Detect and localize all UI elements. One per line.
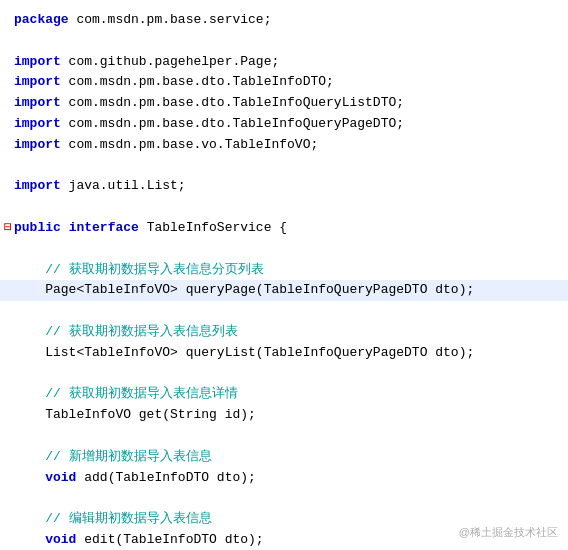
code-line: import java.util.List; [0,176,568,197]
code-text: List<TableInfoVO> queryList(TableInfoQue… [14,343,560,364]
code-line: import com.msdn.pm.base.dto.TableInfoDTO… [0,72,568,93]
code-line: import com.msdn.pm.base.dto.TableInfoQue… [0,114,568,135]
code-text [14,156,560,177]
code-line: // 获取期初数据导入表信息详情 [0,384,568,405]
code-line: package com.msdn.pm.base.service; [0,10,568,31]
code-text: import com.msdn.pm.base.dto.TableInfoQue… [14,114,560,135]
code-text [14,31,560,52]
code-text: import com.github.pagehelper.Page; [14,52,560,73]
code-text [14,239,560,260]
code-line: import com.msdn.pm.base.dto.TableInfoQue… [0,93,568,114]
code-text: import com.msdn.pm.base.dto.TableInfoQue… [14,93,560,114]
code-text: import com.msdn.pm.base.dto.TableInfoDTO… [14,72,560,93]
code-line [0,301,568,322]
code-container: package com.msdn.pm.base.service; import… [0,0,568,550]
code-line [0,31,568,52]
code-line: Page<TableInfoVO> queryPage(TableInfoQue… [0,280,568,301]
code-line: // 获取期初数据导入表信息分页列表 [0,260,568,281]
line-marker: ⊟ [4,218,10,239]
code-line: // 新增期初数据导入表信息 [0,447,568,468]
code-text: Page<TableInfoVO> queryPage(TableInfoQue… [14,280,560,301]
code-text: public interface TableInfoService { [14,218,560,239]
code-text: void add(TableInfoDTO dto); [14,468,560,489]
code-line [0,197,568,218]
code-text [14,301,560,322]
code-text [14,426,560,447]
code-text: import java.util.List; [14,176,560,197]
code-line [0,488,568,509]
watermark: @稀土掘金技术社区 [459,524,558,542]
code-text: // 获取期初数据导入表信息详情 [14,384,560,405]
code-text [14,488,560,509]
code-line: import com.github.pagehelper.Page; [0,52,568,73]
code-line [0,364,568,385]
code-text: // 获取期初数据导入表信息分页列表 [14,260,560,281]
code-line [0,156,568,177]
code-line: import com.msdn.pm.base.vo.TableInfoVO; [0,135,568,156]
code-line [0,239,568,260]
code-text: package com.msdn.pm.base.service; [14,10,560,31]
code-text: // 获取期初数据导入表信息列表 [14,322,560,343]
code-line: TableInfoVO get(String id); [0,405,568,426]
code-text: TableInfoVO get(String id); [14,405,560,426]
code-text: import com.msdn.pm.base.vo.TableInfoVO; [14,135,560,156]
code-line: ⊟public interface TableInfoService { [0,218,568,239]
code-line [0,426,568,447]
code-text: // 新增期初数据导入表信息 [14,447,560,468]
code-line: List<TableInfoVO> queryList(TableInfoQue… [0,343,568,364]
code-text [14,197,560,218]
code-text [14,364,560,385]
code-line: void add(TableInfoDTO dto); [0,468,568,489]
code-line: // 获取期初数据导入表信息列表 [0,322,568,343]
